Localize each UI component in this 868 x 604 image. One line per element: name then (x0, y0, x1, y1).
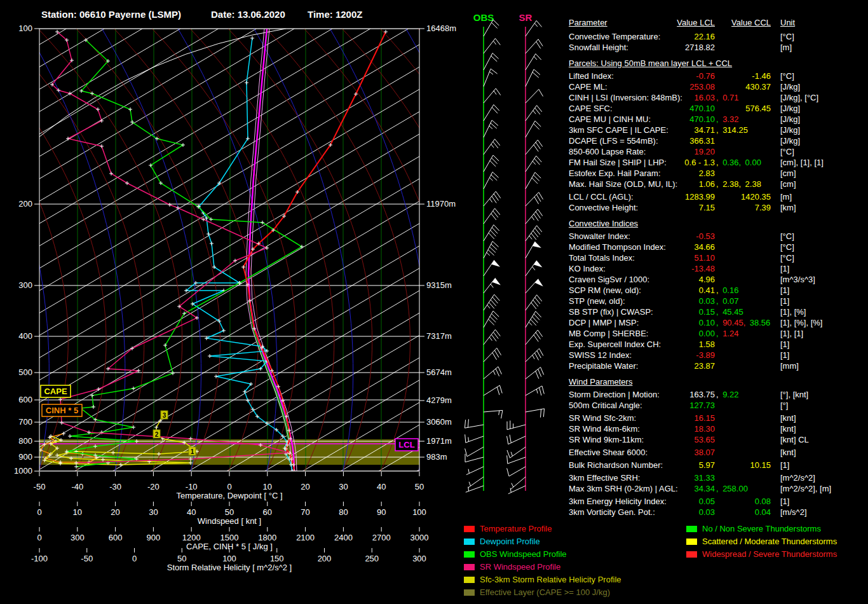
axis-tick-label: -20 (147, 482, 159, 491)
axis-tick-label: 10 (73, 507, 82, 517)
value-separator: , (716, 296, 722, 306)
axis-tick-label: 30 (339, 482, 348, 491)
table-row: Total Totals Index:51.10[°C] (569, 253, 868, 263)
param-value-lcl: 18.30 (694, 424, 715, 434)
axis-tick-label: 100 (412, 507, 426, 517)
param-value-lcl: 0.6 - 1.3 (684, 158, 715, 168)
axis-tick-label: -50 (81, 554, 93, 563)
cinh-label: CINH * 5 (46, 406, 78, 415)
param-value-lcl: 23.87 (694, 361, 715, 371)
sr-wind-barb (507, 467, 526, 476)
param-value: 0.71 (722, 93, 738, 102)
param-value-lcl: 34.71 (694, 125, 715, 135)
param-label: DCAPE (LFS = 554mB): (569, 136, 658, 146)
param-unit: [°C] (780, 231, 794, 242)
sr-wind-barb (511, 477, 526, 489)
param-unit: [m^2/s^2], [m] (780, 484, 831, 494)
param-value-lcl: 2718.82 (685, 43, 715, 53)
param-value-lcl: -3.89 (696, 350, 715, 360)
param-value-lcl: 22.16 (694, 32, 715, 42)
param-unit: [°] (780, 401, 788, 411)
table-row: 3km Vorticity Gen. Pot.:0.030.04[m/s^2] (569, 507, 868, 518)
param-value-extra: , 90.45, 38.56 (716, 318, 770, 328)
param-value-ccl: 430.37 (745, 82, 771, 92)
grid-moist-adiabat (342, 29, 486, 471)
height-label: 9315m (426, 280, 452, 290)
obs-wind-barb (466, 467, 484, 475)
grid-isotherm (227, 29, 566, 471)
param-value-extra: , 3.32 (716, 114, 738, 125)
axis-tick-label: -50 (34, 482, 46, 491)
table-row: 3km Energy Helicity Index:0.050.08[1] (569, 497, 868, 507)
sr-wind-barb (526, 54, 541, 70)
obs-wind-barb (484, 260, 500, 276)
param-unit: [m/s^2] (780, 507, 807, 518)
table-row: MB Comp | SHERBE:0.00, 1.24[1], [1] (569, 329, 868, 339)
param-value-lcl: 16.15 (694, 413, 715, 423)
axis-tick-label: 2700 (372, 533, 391, 542)
axis-title: Temperature, Dewpoint [ °C ] (176, 491, 282, 500)
param-label: Effective Shear 6000: (569, 448, 648, 458)
profile-legend-item: SR Windspeed Profile (464, 562, 621, 575)
height-label: 5674m (426, 367, 452, 377)
obs-wind-barb (484, 88, 501, 103)
grid-mixing-ratio (254, 29, 353, 471)
param-value-extra: , 314.25 (716, 125, 748, 135)
param-label: Max. Hail Size (OLD, MU, IL): (569, 179, 677, 189)
grid-moist-adiabat (0, 29, 30, 471)
param-label: STP (new, old): (569, 296, 625, 306)
table-row: SB STP (fix) | CWASP:0.15, 45.45[1], [%] (569, 307, 868, 317)
table-row: Max 3km SRH (0-2km) | AGL:34.34, 258.00[… (569, 484, 868, 494)
param-label: 850-600 Lapse Rate: (569, 147, 646, 157)
obs-wind-barb (484, 155, 499, 172)
profile-legend-item: Dewpoint Profile (464, 537, 621, 549)
skewt-chart: 321CAPECINH * 5LCL1002003004005006007008… (0, 0, 566, 604)
param-value: 258.00 (722, 484, 748, 493)
param-value-lcl: 1.58 (699, 340, 715, 350)
param-unit: [m] (780, 192, 792, 202)
profile-legend-swatch (464, 589, 475, 596)
param-unit: [°C] (780, 71, 794, 81)
table-row: 3km SFC CAPE | IL CAPE:34.71, 314.25[J/k… (569, 125, 868, 135)
grid-isotherm (0, 29, 257, 471)
grid-isotherm (75, 29, 566, 471)
param-value-lcl: 51.10 (694, 253, 715, 263)
sr-wind-barb (526, 69, 540, 86)
param-unit: [J/kg] (780, 82, 800, 92)
pressure-tick-label: 600 (18, 395, 32, 404)
param-value: 90.45 (722, 318, 743, 327)
profile-legend-label: Sfc-3km Storm Relative Helicity Profile (480, 575, 621, 584)
param-value-lcl: -13.48 (691, 264, 715, 274)
param-label: Showalter Index: (569, 231, 630, 242)
axis-tick-label: 40 (187, 507, 196, 517)
param-unit: [knt] CL (780, 435, 809, 445)
grid-mixing-ratio (558, 29, 566, 471)
param-unit: [°], [knt] (780, 390, 808, 400)
threat-legend: No / Non Severe ThunderstormsScattered /… (686, 524, 837, 562)
pressure-tick-label: 500 (18, 367, 32, 377)
value-separator: , (716, 179, 722, 189)
lcl-label: LCL (398, 440, 414, 450)
grid-isotherm (379, 29, 566, 471)
sr-wind-barb (526, 140, 543, 154)
profile-legend-label: Temperature Profile (480, 524, 552, 533)
param-unit: [°C] (780, 147, 794, 157)
param-unit: [mm] (780, 361, 799, 371)
threat-legend-swatch (686, 551, 697, 558)
param-value: 0.07 (722, 296, 738, 306)
param-label: 3km Effective SRH: (569, 473, 640, 483)
param-value-lcl: 0.15 (699, 307, 715, 317)
obs-wind-barb (484, 120, 498, 137)
param-label: Storm Direction | Motion: (569, 390, 660, 400)
pressure-tick-label: 900 (18, 452, 32, 462)
obs-wind-barb (484, 294, 499, 310)
sr-wind-barb (526, 106, 542, 121)
axis-tick-label: 50 (225, 507, 234, 517)
axis-tick-label: 3000 (410, 533, 429, 542)
obs-wind-barb (484, 69, 498, 86)
table-row: Showalter Index:-0.53[°C] (569, 231, 868, 242)
threat-legend-label: No / Non Severe Thunderstorms (702, 524, 821, 533)
param-label: MB Comp | SHERBE: (569, 329, 648, 339)
pressure-tick-label: 100 (18, 24, 32, 33)
table-row: Storm Direction | Motion:163.75, 9.22[°]… (569, 390, 868, 400)
